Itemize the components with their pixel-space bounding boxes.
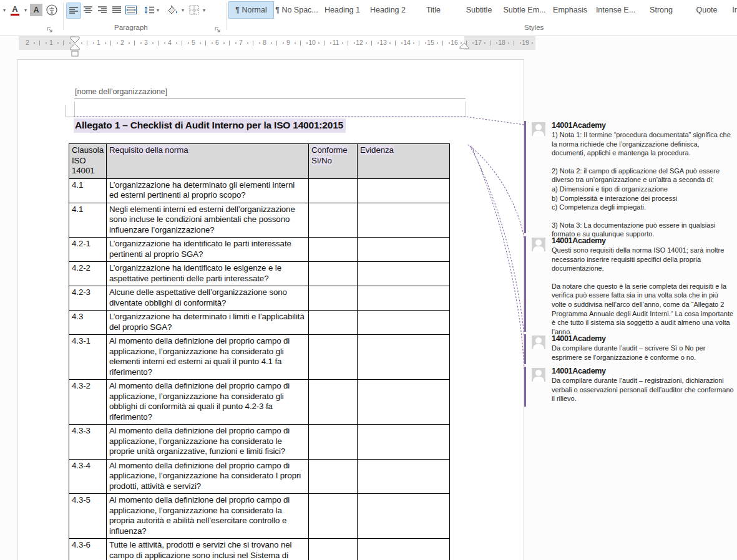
audit-checklist-table[interactable]: Clausola ISO 14001 Requisito della norma… — [69, 143, 450, 560]
borders-caret-icon[interactable]: ▾ — [201, 2, 207, 17]
borders-icon[interactable] — [187, 2, 201, 17]
clause-cell[interactable]: 4.3-6 — [69, 539, 107, 560]
horizontal-ruler[interactable]: 2112345678910111213141516171819 — [19, 36, 535, 50]
right-indent-marker[interactable] — [459, 42, 469, 49]
conforme-cell[interactable] — [308, 494, 357, 539]
conforme-cell[interactable] — [308, 178, 357, 203]
requirement-cell[interactable]: Al momento della definizione del proprio… — [106, 459, 308, 494]
evidenza-cell[interactable] — [357, 459, 449, 494]
clause-cell[interactable]: 4.3-3 — [69, 425, 107, 460]
table-row[interactable]: 4.3-3 Al momento della definizione del p… — [69, 425, 450, 460]
paragraph-dialog-launcher[interactable] — [215, 25, 222, 32]
clause-cell[interactable]: 4.3-5 — [69, 494, 107, 539]
clause-cell[interactable]: 4.3-4 — [69, 459, 107, 494]
table-row[interactable]: 4.2-3 Alcune delle aspettative dell’orga… — [69, 286, 450, 311]
header-empty-box[interactable] — [74, 102, 466, 117]
user-avatar-icon — [532, 368, 545, 382]
evidenza-cell[interactable] — [357, 539, 449, 560]
evidenza-cell[interactable] — [357, 335, 449, 380]
font-color-caret-icon[interactable]: ▾ — [22, 2, 29, 17]
document-title[interactable]: Allegato 1 – Checklist di Audit Interno … — [74, 118, 346, 133]
conforme-cell[interactable] — [308, 286, 357, 311]
font-color-icon[interactable]: A — [9, 2, 21, 17]
align-right-icon[interactable] — [95, 2, 109, 17]
conforme-cell[interactable] — [308, 335, 357, 380]
clause-cell[interactable]: 4.2-2 — [69, 262, 107, 286]
group-divider — [226, 2, 227, 30]
conforme-cell[interactable] — [308, 380, 357, 425]
line-spacing-caret-icon[interactable]: ▾ — [155, 2, 161, 17]
evidenza-cell[interactable] — [357, 380, 449, 425]
style-gallery-item[interactable]: ¶ Normal — [228, 1, 274, 19]
evidenza-cell[interactable] — [357, 178, 449, 203]
conforme-cell[interactable] — [308, 425, 357, 460]
enclose-characters-icon[interactable] — [45, 2, 59, 17]
table-row[interactable]: 4.3-4 Al momento della definizione del p… — [69, 459, 450, 494]
requirement-cell[interactable]: L’organizzazione ha determinato gli elem… — [106, 178, 308, 203]
comment-anchor-line — [524, 367, 526, 407]
line-spacing-icon[interactable] — [142, 2, 156, 17]
evidenza-cell[interactable] — [357, 238, 449, 262]
evidenza-cell[interactable] — [357, 494, 449, 539]
clause-cell[interactable]: 4.1 — [69, 203, 107, 238]
style-gallery-item[interactable]: Title — [411, 1, 456, 19]
clause-cell[interactable]: 4.2-1 — [69, 238, 107, 262]
indent-markers[interactable] — [69, 36, 81, 57]
conforme-cell[interactable] — [308, 262, 357, 286]
clause-cell[interactable]: 4.1 — [69, 178, 107, 203]
requirement-cell[interactable]: Al momento della definizione del proprio… — [106, 335, 308, 380]
dropdown-caret-icon[interactable]: ▾ — [1, 2, 7, 17]
shading-icon[interactable] — [166, 2, 180, 17]
comment-anchor-line — [524, 236, 526, 332]
requirement-cell[interactable]: Al momento della definizione del proprio… — [106, 494, 308, 539]
table-row[interactable]: 4.2-2 L’organizzazione ha identificato l… — [69, 262, 450, 286]
comment-text: Questi sono requisiti della norma ISO 14… — [552, 246, 734, 345]
style-gallery-item[interactable]: Heading 1 — [320, 1, 365, 19]
header-requirement: Requisito della norma — [106, 144, 308, 179]
conforme-cell[interactable] — [308, 539, 357, 560]
character-shading-icon[interactable]: A — [30, 4, 42, 16]
align-left-icon[interactable] — [66, 2, 81, 19]
conforme-cell[interactable] — [308, 203, 357, 238]
clause-cell[interactable]: 4.3 — [69, 311, 107, 335]
style-gallery-item[interactable]: Heading 2 — [365, 1, 411, 19]
paragraph-group-label: Paragraph — [114, 24, 148, 31]
style-gallery-item[interactable]: ¶ No Spac... — [274, 1, 320, 19]
conforme-cell[interactable] — [308, 238, 357, 262]
comment-text: Da compilare durante l’audit – registraz… — [552, 376, 734, 412]
requirement-cell[interactable]: L’organizzazione ha determinato i limiti… — [106, 311, 308, 335]
conforme-cell[interactable] — [308, 459, 357, 494]
evidenza-cell[interactable] — [357, 286, 449, 311]
evidenza-cell[interactable] — [357, 203, 449, 238]
evidenza-cell[interactable] — [357, 262, 449, 286]
table-row[interactable]: 4.3 L’organizzazione ha determinato i li… — [69, 311, 450, 335]
requirement-cell[interactable]: L’organizzazione ha identificato le part… — [106, 238, 308, 262]
table-row[interactable]: 4.3-1 Al momento della definizione del p… — [69, 335, 450, 380]
requirement-cell[interactable]: Negli elementi interni ed esterni dell’o… — [106, 203, 308, 238]
requirement-cell[interactable]: L’organizzazione ha identificato le esig… — [106, 262, 308, 286]
shading-caret-icon[interactable]: ▾ — [180, 2, 186, 17]
table-row[interactable]: 4.1 Negli elementi interni ed esterni de… — [69, 203, 450, 238]
requirement-cell[interactable]: Tutte le attività, prodotti e servizi ch… — [106, 539, 308, 560]
header-org-name-placeholder[interactable]: [nome dell’organizzazione] — [75, 87, 167, 96]
table-row[interactable]: 4.3-2 Al momento della definizione del p… — [69, 380, 450, 425]
style-gallery-item[interactable]: Subtitle — [456, 1, 502, 19]
requirement-cell[interactable]: Al momento della definizione del proprio… — [106, 425, 308, 460]
font-dialog-launcher[interactable] — [47, 25, 54, 32]
clause-cell[interactable]: 4.2-3 — [69, 286, 107, 311]
clause-cell[interactable]: 4.3-1 — [69, 335, 107, 380]
evidenza-cell[interactable] — [357, 311, 449, 335]
align-center-icon[interactable] — [81, 2, 95, 17]
table-row[interactable]: 4.3-6 Tutte le attività, prodotti e serv… — [69, 539, 450, 560]
conforme-cell[interactable] — [308, 311, 357, 335]
table-row[interactable]: 4.3-5 Al momento della definizione del p… — [69, 494, 450, 539]
clause-cell[interactable]: 4.3-2 — [69, 380, 107, 425]
requirement-cell[interactable]: Al momento della definizione del proprio… — [106, 380, 308, 425]
distributed-icon[interactable] — [124, 2, 139, 17]
justify-icon[interactable] — [110, 2, 124, 17]
requirement-cell[interactable]: Alcune delle aspettative dell’organizzaz… — [106, 286, 308, 311]
evidenza-cell[interactable] — [357, 425, 449, 460]
table-row[interactable]: 4.2-1 L’organizzazione ha identificato l… — [69, 238, 450, 262]
comment-author: 14001Academy — [552, 121, 606, 130]
table-row[interactable]: 4.1 L’organizzazione ha determinato gli … — [69, 178, 450, 203]
